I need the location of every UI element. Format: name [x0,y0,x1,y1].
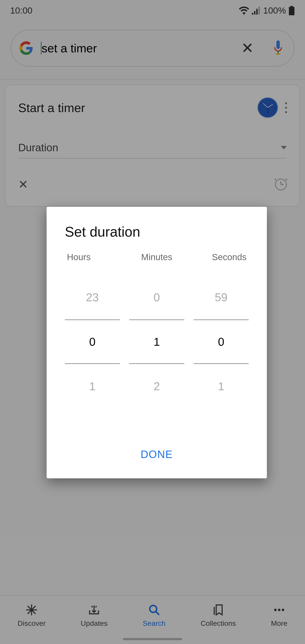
picker-next[interactable]: 1 [194,364,249,408]
picker-prev[interactable]: 0 [129,275,184,320]
picker-current[interactable]: 0 [65,320,120,364]
picker-header-hours: Hours [65,252,123,262]
picker-next[interactable]: 2 [129,364,184,408]
dialog-title: Set duration [65,224,249,240]
picker-header-seconds: Seconds [191,252,249,262]
seconds-picker[interactable]: 59 0 1 [194,275,249,408]
picker-prev[interactable]: 59 [194,275,249,320]
done-button[interactable]: DONE [132,443,181,466]
minutes-picker[interactable]: 0 1 2 [129,275,184,408]
picker-current[interactable]: 0 [194,320,249,364]
set-duration-dialog: Set duration Hours Minutes Seconds 23 0 … [46,207,267,478]
hours-picker[interactable]: 23 0 1 [65,275,120,408]
picker-current[interactable]: 1 [129,320,184,364]
picker-header-minutes: Minutes [129,252,185,262]
picker-prev[interactable]: 23 [65,275,120,320]
picker-next[interactable]: 1 [65,364,120,408]
